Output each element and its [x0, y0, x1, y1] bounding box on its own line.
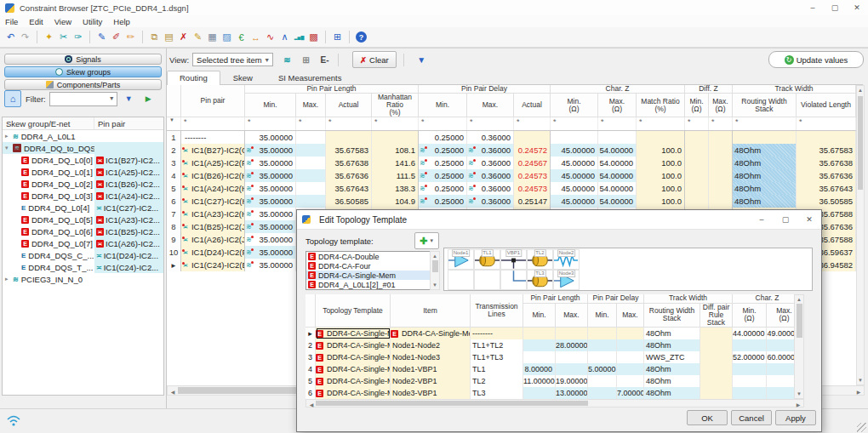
cell-match[interactable]: 100.0	[637, 182, 685, 195]
cell-pdmin[interactable]: 5.00000	[588, 363, 617, 375]
cell-match[interactable]: 100.0	[637, 157, 685, 169]
cell-plmax[interactable]: 13.00000	[556, 387, 588, 399]
cell-plmin[interactable]: 8.00000	[523, 363, 556, 375]
home-icon[interactable]: ⌂	[4, 90, 21, 107]
cell-actual[interactable]: 35.67636	[326, 169, 372, 182]
edit-rule-icon[interactable]: ✏	[123, 30, 138, 45]
filter-cell-man[interactable]: *	[372, 117, 419, 130]
cell-man[interactable]: 111.5	[372, 169, 419, 182]
tree-row[interactable]: ▸≋DDR4_A_L0L1	[3, 130, 163, 142]
tree-row[interactable]: EDDR4_DQS_T_...≍IC1(C24)-IC2...	[3, 261, 163, 273]
cell-dprs[interactable]	[700, 387, 733, 399]
cell-czmax[interactable]	[767, 387, 794, 399]
cell-zmax[interactable]	[709, 157, 733, 169]
cell-dmax[interactable]: ≋0.36000	[467, 195, 514, 208]
cell-czmin[interactable]	[733, 375, 767, 387]
tree-row[interactable]: ▾≋DDR4_DQ_to_DQS	[3, 142, 163, 154]
list-scroll-thumb[interactable]	[432, 260, 438, 272]
update-values-button[interactable]: ↻ Update values	[768, 51, 864, 68]
tree-row[interactable]: EDDR4_DQ_L0[0]≍IC1(B27)-IC2...	[3, 154, 163, 166]
chart-icon[interactable]: ∧	[277, 30, 292, 45]
cell-tt[interactable]: EDDR4-CA-Single-Mem	[316, 387, 391, 399]
cell-min[interactable]: ≋35.00000	[245, 259, 296, 271]
filter-cell-dmin[interactable]: *	[419, 117, 467, 130]
cell-max[interactable]	[296, 157, 326, 169]
filter-cell-actual[interactable]: *	[326, 117, 372, 130]
cell-czmin[interactable]: 52.00000	[733, 351, 767, 363]
cell-min[interactable]: ≋35.00000	[245, 233, 296, 246]
window-icon[interactable]: ⊞	[330, 30, 345, 45]
expander-icon[interactable]: ▸	[5, 276, 13, 282]
cell-czmin[interactable]: 45.00000	[551, 169, 598, 182]
diagram-vbp1-cell[interactable]: VBP1	[500, 249, 527, 270]
cell-dprs[interactable]	[700, 375, 733, 387]
cell-plmax[interactable]: 28.00000	[556, 339, 588, 351]
cell-actual[interactable]: 35.67638	[326, 157, 372, 169]
cell-czmin[interactable]	[733, 387, 767, 399]
cell-pin[interactable]: --------	[181, 131, 245, 144]
cell-dact[interactable]	[514, 131, 551, 144]
edit-constraint-icon[interactable]: ✎	[94, 30, 109, 45]
cell-man[interactable]: 108.1	[372, 144, 419, 157]
cell-max[interactable]	[296, 144, 326, 157]
cell-pdmax[interactable]	[617, 351, 644, 363]
cell-dmax[interactable]: 0.36000	[467, 131, 514, 144]
menu-view[interactable]: View	[54, 17, 71, 26]
cell-zmin[interactable]	[685, 182, 709, 195]
cell-rws[interactable]: 48Ohm	[644, 363, 700, 375]
cell-czmax[interactable]	[767, 363, 794, 375]
cell-dprs[interactable]	[700, 339, 733, 351]
tab-skew[interactable]: Skew	[220, 71, 266, 84]
menu-file[interactable]: File	[5, 17, 18, 26]
cell-pin[interactable]: ≍IC1(B26)-IC2(H3)	[181, 169, 245, 182]
cell-pdmin[interactable]	[588, 351, 617, 363]
save-icon[interactable]: ▦	[205, 30, 220, 45]
cell-czmax[interactable]	[767, 375, 794, 387]
ok-button[interactable]: OK	[687, 410, 728, 425]
cell-stack[interactable]: 48Ohm	[733, 182, 797, 195]
hscroll-thumb[interactable]	[316, 401, 588, 406]
cell-tt[interactable]: EDDR4-CA-Single-Mem	[316, 328, 391, 339]
cell-czmax[interactable]	[767, 339, 794, 351]
cell-max[interactable]	[296, 131, 326, 144]
menu-utility[interactable]: Utility	[83, 17, 102, 26]
template-list-item[interactable]: EDDR4-CA-Four	[306, 261, 439, 271]
filter-cell-zmax[interactable]: *	[709, 117, 733, 130]
cell-match[interactable]	[637, 131, 685, 144]
cell-zmin[interactable]	[685, 157, 709, 169]
cell-czmax[interactable]: 54.00000	[598, 157, 637, 169]
cell-min[interactable]: ≋35.00000	[245, 169, 296, 182]
expander-icon[interactable]: ▾	[5, 145, 13, 151]
vscroll-thumb[interactable]	[797, 304, 802, 338]
cell-item[interactable]: Node1-VBP1	[391, 363, 471, 375]
diagram-node1-cell[interactable]: Node1	[448, 249, 474, 270]
tree-row[interactable]: EDDR4_DQ_L0[7]≍IC1(A26)-IC2...	[3, 237, 163, 249]
cell-plmin[interactable]	[523, 387, 556, 399]
cell-dmax[interactable]: ≋0.36000	[467, 157, 514, 169]
expander-icon[interactable]: ▸	[5, 133, 13, 140]
filter-cell-match[interactable]: *	[637, 117, 685, 130]
cell-zmin[interactable]	[685, 169, 709, 182]
apply-button[interactable]: Apply	[775, 410, 816, 425]
cell-tl[interactable]: --------	[471, 328, 523, 339]
cell-actual[interactable]: 35.67583	[326, 144, 372, 157]
waveform-icon[interactable]: ∿	[263, 30, 277, 45]
cell-pdmax[interactable]	[617, 363, 644, 375]
cell-zmax[interactable]	[709, 169, 733, 182]
filter-cell-dact[interactable]: *	[514, 117, 551, 130]
cell-zmax[interactable]	[709, 131, 733, 144]
cell-czmax[interactable]: 54.00000	[598, 195, 637, 208]
cell-match[interactable]: 100.0	[637, 144, 685, 157]
cell-plmax[interactable]	[556, 328, 588, 339]
cell-min[interactable]: 35.00000	[245, 131, 296, 144]
diagram-tl3-cell[interactable]: TL3	[527, 270, 553, 290]
diagram-tl1-cell[interactable]: TL1	[474, 249, 500, 270]
cell-tt[interactable]: EDDR4-CA-Single-Mem	[316, 363, 391, 375]
panel-tab-signals[interactable]: Signals	[4, 54, 162, 65]
scroll-up-icon[interactable]: ▲	[795, 297, 803, 302]
cell-czmin[interactable]: 45.00000	[551, 157, 598, 169]
cell-tt[interactable]: EDDR4-CA-Single-Mem	[316, 375, 391, 387]
filter-edit-icon[interactable]: ▼	[121, 91, 137, 107]
probe-net-icon[interactable]: ✑	[71, 30, 85, 45]
cell-viol[interactable]	[797, 131, 856, 144]
